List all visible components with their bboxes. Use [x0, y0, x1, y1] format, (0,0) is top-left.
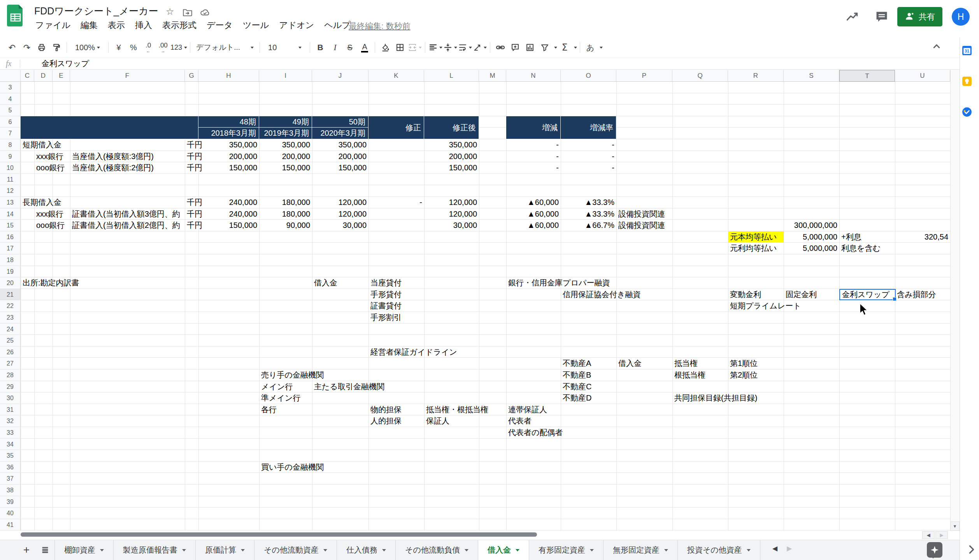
- cell-P27[interactable]: 借入金: [616, 358, 672, 369]
- cell-D10[interactable]: ooo銀行: [34, 162, 53, 174]
- cell-O6[interactable]: 増減率: [561, 116, 616, 139]
- cell-U21[interactable]: 含み損部分: [895, 289, 950, 301]
- row-header-39[interactable]: 39: [0, 496, 21, 508]
- cell-N14[interactable]: ▲60,000: [506, 208, 561, 220]
- select-all-corner[interactable]: [0, 70, 21, 82]
- cell-O13[interactable]: ▲33.3%: [561, 197, 616, 208]
- cell-T16[interactable]: +利息: [839, 231, 895, 243]
- cell-F14[interactable]: 証書借入(当初借入額3億円、約: [70, 208, 185, 220]
- scroll-down-button[interactable]: ▼: [950, 522, 960, 531]
- format-percent-button[interactable]: %: [126, 40, 141, 55]
- insights-icon[interactable]: [845, 10, 859, 26]
- cell-N31[interactable]: 連帯保証人: [506, 404, 561, 416]
- filter-button[interactable]: [537, 40, 552, 55]
- cell-H10[interactable]: 150,000: [198, 162, 259, 174]
- cell-O20[interactable]: プロパー融資: [561, 277, 616, 289]
- row-header-34[interactable]: 34: [0, 439, 21, 450]
- column-header-M[interactable]: M: [479, 70, 506, 82]
- input-tools-button[interactable]: あ: [583, 40, 598, 55]
- bold-button[interactable]: B: [313, 40, 328, 55]
- cell-H6[interactable]: 48期: [198, 116, 259, 128]
- row-header-18[interactable]: 18: [0, 254, 21, 266]
- cell-F9[interactable]: 当座借入(極度額:3億円): [70, 151, 185, 163]
- spreadsheet-grid[interactable]: CDEFGHIJKLMNOPQRSTU345678910111213141516…: [0, 70, 960, 531]
- decrease-decimal-button[interactable]: .0←: [141, 40, 156, 55]
- cell-K23[interactable]: 手形割引: [368, 312, 424, 324]
- insert-link-button[interactable]: [493, 40, 508, 55]
- cell-F15[interactable]: 証書借入(当初借入額2億円、約: [70, 220, 185, 231]
- cell-I15[interactable]: 90,000: [259, 220, 312, 231]
- cell-O14[interactable]: ▲33.3%: [561, 208, 616, 220]
- avatar[interactable]: H: [952, 8, 970, 26]
- cell-G15[interactable]: 千円: [185, 220, 198, 231]
- row-header-40[interactable]: 40: [0, 508, 21, 519]
- menu-item-2[interactable]: 表示: [103, 19, 130, 31]
- functions-button[interactable]: Σ: [557, 40, 572, 55]
- menu-item-5[interactable]: データ: [202, 19, 238, 31]
- sheet-tab-借入金[interactable]: 借入金: [478, 540, 529, 560]
- cell-N32[interactable]: 代表者: [506, 415, 561, 427]
- row-header-26[interactable]: 26: [0, 346, 21, 358]
- cell-R16[interactable]: 元本均等払い: [728, 231, 784, 243]
- cell-O30[interactable]: 不動産D: [561, 392, 616, 404]
- cell-L10[interactable]: 150,000: [424, 162, 479, 174]
- cell-P14[interactable]: 設備投資関連: [616, 208, 672, 220]
- cell-H15[interactable]: 150,000: [198, 220, 259, 231]
- document-title[interactable]: FDDワークシート_メーカー: [34, 5, 158, 18]
- cell-J13[interactable]: 120,000: [312, 197, 368, 208]
- menu-item-7[interactable]: アドオン: [274, 19, 319, 31]
- menu-item-3[interactable]: 挿入: [130, 19, 157, 31]
- row-header-19[interactable]: 19: [0, 266, 21, 278]
- column-header-G[interactable]: G: [185, 70, 198, 82]
- row-header-32[interactable]: 32: [0, 415, 21, 427]
- horizontal-align-button[interactable]: [428, 40, 443, 55]
- vertical-align-button[interactable]: [443, 40, 458, 55]
- row-header-14[interactable]: 14: [0, 208, 21, 220]
- cell-C13[interactable]: 長期借入金: [21, 197, 34, 208]
- cell-H14[interactable]: 240,000: [198, 208, 259, 220]
- borders-button[interactable]: [393, 40, 407, 55]
- all-sheets-button[interactable]: [37, 542, 53, 558]
- sheet-tab-その他流動負債[interactable]: その他流動負債: [396, 540, 478, 560]
- insert-chart-button[interactable]: [523, 40, 537, 55]
- share-button[interactable]: 共有: [897, 7, 942, 26]
- insert-comment-button[interactable]: [508, 40, 523, 55]
- calendar-icon[interactable]: 31: [962, 46, 972, 56]
- cell-N15[interactable]: ▲60,000: [506, 220, 561, 231]
- more-formats-button[interactable]: 123: [170, 40, 187, 55]
- row-header-6[interactable]: 6: [0, 116, 21, 128]
- cell-O21[interactable]: 信用保証協会付き融資: [561, 289, 616, 301]
- cell-D9[interactable]: xxx銀行: [34, 151, 53, 163]
- sheet-tab-無形固定資産[interactable]: 無形固定資産: [604, 540, 678, 560]
- cell-O9[interactable]: -: [561, 151, 616, 163]
- menu-item-6[interactable]: ツール: [238, 19, 274, 31]
- tab-scroll-left-icon[interactable]: ◀: [772, 544, 777, 553]
- row-header-21[interactable]: 21: [0, 289, 21, 301]
- cell-G14[interactable]: 千円: [185, 208, 198, 220]
- cell-R28[interactable]: 第2順位: [728, 369, 784, 381]
- cell-K13[interactable]: -: [368, 197, 424, 208]
- fill-color-button[interactable]: [378, 40, 393, 55]
- redo-button[interactable]: ↷: [19, 40, 34, 55]
- menu-item-0[interactable]: ファイル: [30, 19, 75, 31]
- cell-I14[interactable]: 180,000: [259, 208, 312, 220]
- column-header-H[interactable]: H: [198, 70, 259, 82]
- print-button[interactable]: [34, 40, 49, 55]
- cell-J6[interactable]: 50期: [312, 116, 368, 128]
- row-header-12[interactable]: 12: [0, 185, 21, 197]
- cell-S15[interactable]: 300,000,000: [784, 220, 839, 231]
- cell-J14[interactable]: 120,000: [312, 208, 368, 220]
- sheet-tab-原価計算[interactable]: 原価計算: [196, 540, 254, 560]
- row-header-38[interactable]: 38: [0, 485, 21, 496]
- formula-bar-value[interactable]: 金利スワップ: [20, 58, 89, 69]
- cell-I30[interactable]: 準メイン行: [259, 392, 312, 404]
- column-header-U[interactable]: U: [895, 70, 950, 82]
- comment-history-icon[interactable]: [875, 10, 889, 26]
- sheet-tab-その他流動資産[interactable]: その他流動資産: [254, 540, 337, 560]
- keep-icon[interactable]: [962, 76, 972, 86]
- cell-U16[interactable]: 320,54: [895, 231, 950, 243]
- cloud-status-icon[interactable]: [200, 8, 210, 19]
- text-color-button[interactable]: A: [357, 40, 372, 55]
- last-edit-link[interactable]: 最終編集: 数秒前: [349, 21, 411, 32]
- cell-Q28[interactable]: 根抵当権: [672, 369, 728, 381]
